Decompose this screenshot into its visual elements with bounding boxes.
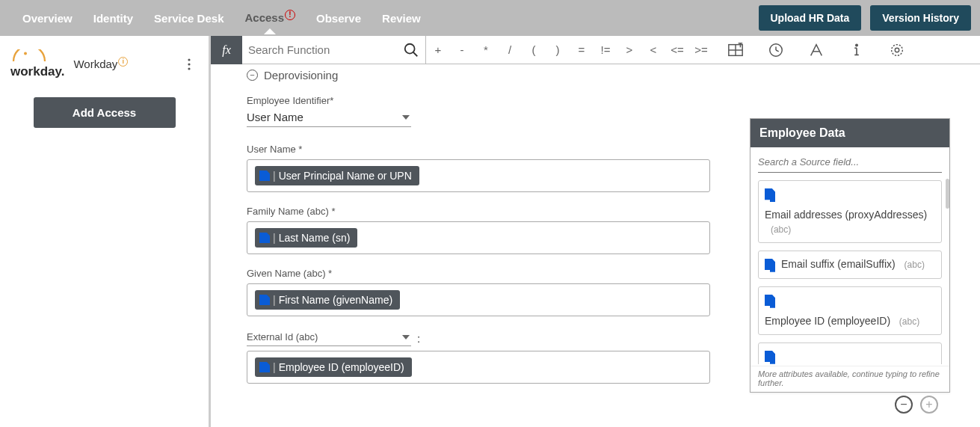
source-field-icon: [765, 259, 775, 272]
nav-overview[interactable]: Overview: [22, 12, 73, 25]
user-name-label: User Name *: [247, 144, 302, 155]
source-field-icon: [259, 295, 270, 305]
op-gt[interactable]: >: [617, 43, 641, 56]
user-name-chip[interactable]: |User Principal Name or UPN: [255, 166, 419, 185]
remove-field-button[interactable]: −: [895, 396, 913, 414]
employee-data-search[interactable]: [758, 153, 942, 173]
version-history-button[interactable]: Version History: [870, 5, 971, 31]
chevron-down-icon: [402, 335, 410, 340]
settings-gear-icon[interactable]: [888, 41, 906, 59]
svg-point-0: [24, 52, 27, 55]
add-access-button[interactable]: Add Access: [34, 97, 176, 128]
source-field-icon: [259, 362, 270, 372]
table-icon[interactable]: [727, 41, 745, 59]
source-field-icon: [259, 233, 270, 243]
info-icon: i: [118, 57, 128, 67]
svg-point-20: [895, 48, 899, 52]
nav-service-desk[interactable]: Service Desk: [154, 12, 224, 25]
employee-data-panel: Employee Data Email addresses (proxyAddr…: [750, 118, 950, 393]
op-eq[interactable]: =: [570, 43, 594, 56]
svg-point-1: [188, 58, 190, 61]
add-field-button[interactable]: +: [920, 396, 938, 414]
op-neq[interactable]: !=: [594, 43, 617, 56]
family-name-field[interactable]: |Last Name (sn): [247, 221, 710, 254]
employee-data-title: Employee Data: [751, 119, 949, 147]
op-mult[interactable]: *: [474, 43, 498, 56]
source-field-item[interactable]: Email suffix (emailSuffix) (abc): [758, 251, 942, 279]
scrollbar[interactable]: [946, 179, 949, 209]
source-field-icon: [765, 188, 775, 202]
source-field-item[interactable]: Email addresses (proxyAddresses) (abc): [758, 180, 942, 243]
font-icon[interactable]: [807, 41, 825, 59]
external-id-field[interactable]: |Employee ID (employeeID): [247, 351, 710, 384]
svg-line-13: [776, 50, 779, 52]
op-minus[interactable]: -: [450, 43, 474, 56]
nav-observe[interactable]: Observe: [316, 12, 361, 25]
given-name-chip[interactable]: |First Name (givenName): [255, 290, 400, 310]
given-name-field[interactable]: |First Name (givenName): [247, 283, 710, 316]
search-function-input[interactable]: [248, 43, 403, 56]
formula-bar: fx + - * / ( ) = != > < <= >=: [211, 36, 980, 64]
app-menu-kebab[interactable]: [180, 55, 198, 73]
nav-access[interactable]: Access!: [244, 11, 295, 25]
family-name-chip[interactable]: |Last Name (sn): [255, 228, 357, 248]
op-lte[interactable]: <=: [665, 43, 689, 56]
op-rparen[interactable]: ): [546, 43, 570, 56]
op-plus[interactable]: +: [426, 43, 450, 56]
svg-point-3: [188, 67, 190, 70]
user-name-field[interactable]: |User Principal Name or UPN: [247, 159, 710, 192]
family-name-label: Family Name (abc) *: [247, 206, 335, 217]
fx-icon[interactable]: fx: [211, 36, 242, 64]
op-lt[interactable]: <: [641, 43, 665, 56]
source-field-icon: [765, 351, 775, 364]
source-field-item[interactable]: Employee Number (employeeNumber) (abc): [758, 342, 942, 364]
employee-identifier-dropdown[interactable]: User Name: [247, 109, 411, 127]
svg-point-19: [892, 44, 903, 55]
info-tool-icon[interactable]: [848, 41, 866, 59]
svg-line-5: [413, 52, 418, 56]
source-field-item[interactable]: Employee ID (employeeID) (abc): [758, 286, 942, 335]
op-lparen[interactable]: (: [522, 43, 546, 56]
clock-icon[interactable]: [767, 41, 785, 59]
upload-hr-button[interactable]: Upload HR Data: [759, 5, 862, 31]
svg-point-15: [856, 44, 857, 46]
alert-icon: !: [285, 10, 295, 20]
nav-identity[interactable]: Identity: [93, 12, 133, 25]
employee-identifier-label: Employee Identifier*: [247, 95, 710, 106]
op-gte[interactable]: >=: [689, 43, 713, 56]
svg-point-4: [405, 43, 415, 53]
svg-point-2: [188, 63, 190, 65]
chevron-down-icon: [402, 115, 410, 120]
workday-logo: workday.: [10, 49, 64, 79]
collapse-deprovisioning-icon[interactable]: −: [247, 70, 258, 81]
app-name: Workdayi: [73, 58, 128, 71]
employee-data-footer: More attributes available, continue typi…: [751, 366, 949, 392]
search-icon[interactable]: [403, 42, 419, 58]
external-id-chip[interactable]: |Employee ID (employeeID): [255, 357, 412, 377]
external-id-dropdown[interactable]: External Id (abc): [247, 330, 411, 346]
nav-review[interactable]: Review: [382, 12, 421, 25]
source-field-icon: [765, 295, 775, 308]
op-div[interactable]: /: [498, 43, 522, 56]
section-deprovisioning: Deprovisioning: [264, 69, 338, 82]
sidebar: workday. Workdayi Add Access: [0, 36, 211, 427]
given-name-label: Given Name (abc) *: [247, 268, 332, 279]
source-field-icon: [259, 171, 270, 181]
